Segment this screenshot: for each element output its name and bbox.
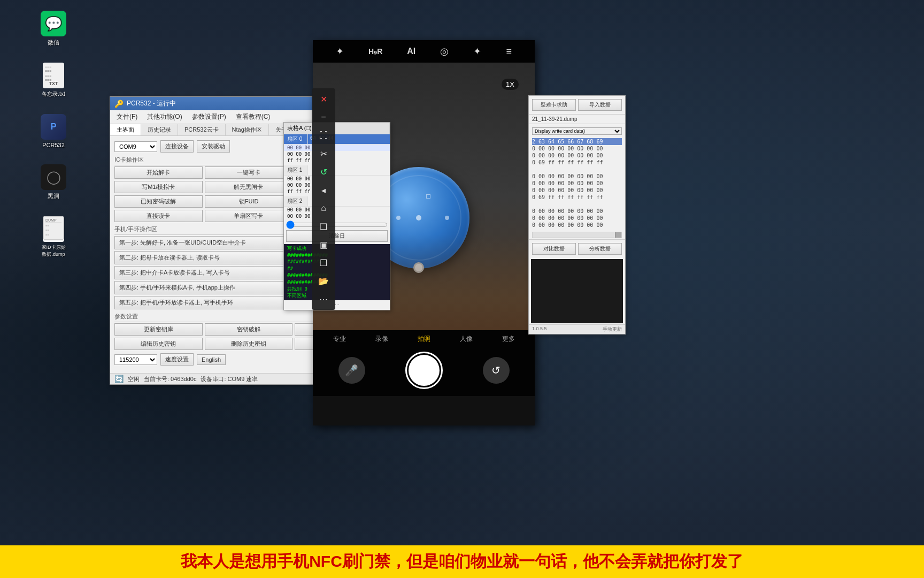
del-history-btn[interactable]: 删除历史密钥 bbox=[205, 338, 293, 350]
hex-data-area: 2 63 64 65 66 67 68 69 0 00 00 00 00 00 … bbox=[529, 136, 625, 231]
subtitle-bar: 我本人是想用手机NFC刷门禁，但是咱们物业就一句话，他不会弄就把你打发了 bbox=[0, 545, 924, 578]
camera-flash-icon[interactable]: ✦ bbox=[336, 45, 344, 57]
display-select[interactable]: Display write card data) bbox=[532, 127, 622, 135]
toolbar-copy-btn[interactable]: ❑ bbox=[314, 218, 333, 235]
menu-file[interactable]: 文件(F) bbox=[112, 111, 142, 123]
mode-more[interactable]: 更多 bbox=[502, 334, 515, 344]
crack-key-btn[interactable]: 密钥破解 bbox=[205, 323, 293, 336]
known-decrypt-btn[interactable]: 已知密码破解 bbox=[114, 195, 203, 208]
log-line-4: ############## bbox=[287, 272, 387, 279]
shutter-btn[interactable] bbox=[405, 352, 443, 389]
subtitle-text: 我本人是想用手机NFC刷门禁，但是咱们物业就一句话，他不会弄就把你打发了 bbox=[21, 551, 903, 573]
hex-row-7: 0 00 00 00 00 00 00 00 bbox=[532, 187, 622, 194]
update-btn[interactable]: 手动更新 bbox=[603, 326, 622, 333]
camera-menu-icon[interactable]: ≡ bbox=[506, 46, 512, 57]
read-direct-btn[interactable]: 直接读卡 bbox=[114, 210, 203, 222]
dump-icon: DUMP ====== bbox=[43, 216, 64, 242]
lock-uuid-btn[interactable]: 锁FUID bbox=[205, 195, 293, 208]
unlock-btn[interactable]: 解无黑闸卡 bbox=[205, 181, 293, 193]
write-one-btn[interactable]: 一键写卡 bbox=[205, 166, 293, 179]
nfc-left-dot bbox=[396, 216, 401, 220]
log-diff: 不同区域 bbox=[287, 292, 387, 299]
refresh-icon: 🔄 bbox=[114, 375, 124, 383]
wechat-label: 微信 bbox=[48, 39, 59, 47]
port-select[interactable]: COM9 bbox=[114, 141, 157, 152]
english-btn[interactable]: English bbox=[197, 354, 226, 365]
camera-ai-btn[interactable]: AI bbox=[407, 47, 415, 56]
hex-scroll-thumb[interactable] bbox=[615, 232, 621, 238]
zoom-indicator[interactable]: 1X bbox=[502, 79, 519, 90]
speed-set-btn[interactable]: 速度设置 bbox=[160, 353, 194, 366]
sector-0-label: 扇区 0 bbox=[284, 134, 308, 144]
help-btn[interactable]: 疑难卡求助 bbox=[532, 99, 576, 111]
toolbar-folder-btn[interactable]: 📂 bbox=[314, 272, 333, 290]
camera-star-icon[interactable]: ✦ bbox=[473, 45, 481, 57]
compare-btn[interactable]: 对比数据 bbox=[532, 243, 576, 255]
data-table-panel: 表格A (□) 扇区 0 04 63 d4 00 00 00 00 00 00 … bbox=[283, 122, 390, 310]
rotate-btn[interactable]: ↺ bbox=[483, 357, 510, 384]
sector-write-btn[interactable]: 单扇区写卡 bbox=[205, 210, 293, 222]
mode-portrait[interactable]: 人像 bbox=[460, 334, 473, 344]
menu-params[interactable]: 参数设置(P) bbox=[188, 111, 230, 123]
tab-ntag[interactable]: Ntag操作区 bbox=[226, 124, 269, 135]
install-driver-btn[interactable]: 安装驱动 bbox=[197, 140, 230, 153]
pcr532-label: PCR532 bbox=[42, 142, 65, 148]
toolbar-file-btn[interactable]: ❒ bbox=[314, 254, 333, 271]
desktop-icon-dump[interactable]: DUMP ====== 家ID卡原始数据.dump bbox=[32, 216, 75, 258]
mode-pro[interactable]: 专业 bbox=[333, 334, 346, 344]
connect-btn[interactable]: 连接设备 bbox=[160, 140, 194, 153]
tab-main[interactable]: 主界面 bbox=[110, 124, 141, 135]
toolbar-minimize-btn[interactable]: − bbox=[314, 109, 333, 126]
camera-hdr-btn[interactable]: H₉R bbox=[368, 47, 382, 56]
sector-2-row[interactable]: 扇区 2 bbox=[284, 196, 390, 207]
log-line-3: ## bbox=[287, 265, 387, 272]
import-btn[interactable]: 导入数据 bbox=[578, 99, 622, 111]
menu-other[interactable]: 其他功能(O) bbox=[143, 111, 186, 123]
analyze-btn[interactable]: 分析数据 bbox=[578, 243, 622, 255]
update-keys-btn[interactable]: 更新密钥库 bbox=[114, 323, 203, 336]
tab-history[interactable]: 历史记录 bbox=[141, 124, 178, 135]
log-line-5: ############## bbox=[287, 279, 387, 286]
edit-history-btn[interactable]: 编辑历史密钥 bbox=[114, 338, 203, 350]
status-port: 设备串口: COM9 速率 bbox=[201, 375, 258, 383]
desktop-icon-pcr532[interactable]: P PCR532 bbox=[32, 114, 75, 148]
toolbar-scissors-btn[interactable]: ✂ bbox=[314, 145, 333, 162]
menu-tutorial[interactable]: 查看教程(C) bbox=[232, 111, 275, 123]
decode-btn[interactable]: 开始解卡 bbox=[114, 166, 203, 179]
write-log-area: 写卡成功 ############## ############## ## ##… bbox=[284, 244, 390, 300]
sector-0-data-3: ff ff ff bbox=[284, 157, 390, 164]
toolbar-close-btn[interactable]: ✕ bbox=[314, 90, 333, 108]
toolbar-grid-btn[interactable]: ▣ bbox=[314, 236, 333, 253]
write-m1-btn[interactable]: 写M1/模拟卡 bbox=[114, 181, 203, 193]
mic-btn[interactable]: 🎤 bbox=[338, 357, 365, 384]
clear-btn[interactable]: 清除日 bbox=[286, 230, 388, 242]
camera-bottom-controls: 专业 录像 拍照 人像 更多 🎤 ↺ bbox=[313, 330, 535, 396]
mode-video[interactable]: 录像 bbox=[375, 334, 388, 344]
desktop-icon-hei[interactable]: ◯ 黑洞 bbox=[32, 164, 75, 200]
hex-row-5: 0 00 00 00 00 00 00 00 bbox=[532, 173, 622, 180]
toolbar-expand-btn[interactable]: ⛶ bbox=[314, 127, 333, 144]
hex-row-12: 0 00 00 00 00 00 00 00 bbox=[532, 222, 622, 229]
sector-1-row[interactable]: 扇区 1 bbox=[284, 165, 390, 176]
desktop-icon-wechat[interactable]: 💬 微信 bbox=[32, 11, 75, 47]
data-table-header: 表格A (□) bbox=[284, 123, 390, 134]
desktop-icon-notes[interactable]: ============ 备忘录.txt bbox=[32, 63, 75, 98]
toolbar-home-btn[interactable]: ⌂ bbox=[314, 200, 333, 217]
hex-row-10: 0 00 00 00 00 00 00 00 bbox=[532, 208, 622, 215]
mode-photo[interactable]: 拍照 bbox=[418, 334, 430, 344]
camera-record-icon[interactable]: ◎ bbox=[440, 45, 449, 57]
sector-2-data-2: 00 00 00 bbox=[284, 213, 390, 219]
scroll-slider[interactable] bbox=[286, 222, 388, 228]
baud-select[interactable]: 115200 bbox=[114, 354, 157, 365]
toolbar-arrow-btn[interactable]: ◂ bbox=[314, 181, 333, 199]
tab-cloud[interactable]: PCR532云卡 bbox=[178, 124, 226, 135]
toolbar-more-btn[interactable]: ⋯ bbox=[314, 291, 333, 308]
hex-row-8: 0 69 ff ff ff ff ff ff bbox=[532, 194, 622, 201]
sector-0-row[interactable]: 扇区 0 04 63 d4 bbox=[284, 134, 390, 144]
toolbar-loop-btn[interactable]: ↺ bbox=[314, 163, 333, 180]
write-success-indicator: 写卡成功 bbox=[287, 245, 387, 252]
hex-row-0[interactable]: 2 63 64 65 66 67 68 69 bbox=[532, 138, 622, 145]
sector-0-data-2: 00 00 00 bbox=[284, 151, 390, 157]
data-table-actions: 清除日 bbox=[284, 228, 390, 244]
hex-row-4 bbox=[532, 166, 622, 173]
